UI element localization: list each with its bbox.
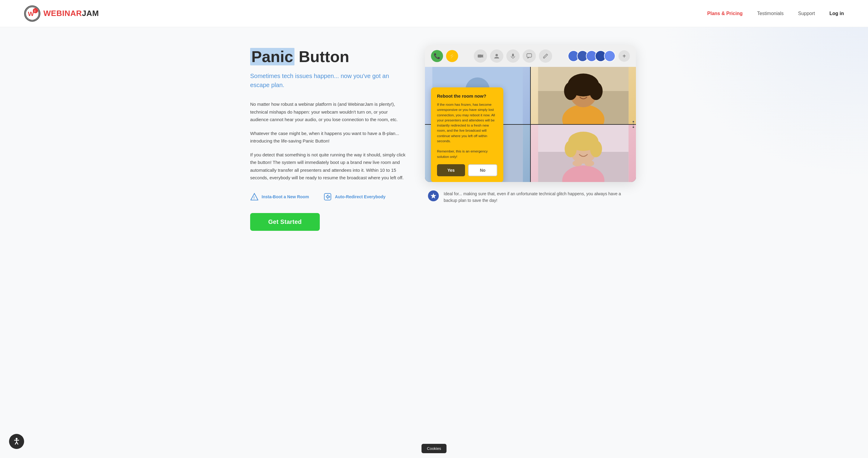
svg-rect-7 xyxy=(478,55,482,58)
left-panel: Panic Button Sometimes tech issues happe… xyxy=(250,45,407,231)
svg-point-9 xyxy=(495,54,498,56)
svg-point-23 xyxy=(590,82,603,100)
feature-auto-redirect: Auto-Redirect Everybody xyxy=(323,193,385,201)
avatar-stack xyxy=(568,50,615,62)
accessibility-button[interactable] xyxy=(9,434,24,449)
svg-rect-12 xyxy=(527,54,532,57)
bolt-icon[interactable]: ⚡ xyxy=(446,50,458,62)
feature-insta-boot: ! Insta-Boot a New Room xyxy=(250,193,309,201)
more-options-icon[interactable] xyxy=(632,121,634,128)
svg-point-2 xyxy=(33,8,38,13)
page-title: Panic Button xyxy=(250,48,407,65)
nav-support[interactable]: Support xyxy=(798,11,815,16)
add-participant-button[interactable]: + xyxy=(618,50,630,62)
features-row: ! Insta-Boot a New Room Auto-Redirect Ev… xyxy=(250,193,407,201)
svg-text:!: ! xyxy=(253,196,255,200)
panic-dialog-body: If the room has frozen, has become unres… xyxy=(437,102,497,159)
body-paragraph-2: Whatever the case might be, when it happ… xyxy=(250,130,407,145)
subtitle: Sometimes tech issues happen... now you'… xyxy=(250,71,407,90)
ideal-text: Ideal for... making sure that, even if a… xyxy=(444,190,633,204)
phone-icon[interactable]: 📞 xyxy=(431,50,443,62)
panic-dialog-title: Reboot the room now? xyxy=(437,93,497,99)
nav-plans-pricing[interactable]: Plans & Pricing xyxy=(707,11,743,16)
person-icon[interactable] xyxy=(490,50,503,63)
svg-point-40 xyxy=(565,140,577,157)
toolbar-right: + xyxy=(568,50,630,62)
video-cell-2 xyxy=(531,67,636,124)
camera-icon[interactable] xyxy=(474,50,487,63)
panic-dialog: Reboot the room now? If the room has fro… xyxy=(431,87,503,182)
svg-line-48 xyxy=(15,442,17,445)
logo-circle: W i xyxy=(24,5,40,22)
nav-links: Plans & Pricing Testimonials Support Log… xyxy=(707,11,844,16)
bg-decoration xyxy=(657,0,868,181)
body-paragraph-3: If you detect that something is not quit… xyxy=(250,151,407,182)
nav-testimonials[interactable]: Testimonials xyxy=(757,11,784,16)
right-panel: 📞 ⚡ xyxy=(425,45,636,204)
main-content: Panic Button Sometimes tech issues happe… xyxy=(208,27,660,249)
cookies-bar[interactable]: Cookies xyxy=(422,444,447,453)
title-rest: Button xyxy=(294,48,349,65)
star-icon xyxy=(428,190,439,201)
panic-yes-button[interactable]: Yes xyxy=(437,164,465,176)
warning-icon: ! xyxy=(250,193,258,201)
feature-insta-boot-label: Insta-Boot a New Room xyxy=(261,194,309,199)
chat-icon[interactable] xyxy=(523,50,536,63)
webinar-ui: 📞 ⚡ xyxy=(425,45,636,182)
get-started-button[interactable]: Get Started xyxy=(250,213,320,231)
svg-point-43 xyxy=(585,160,594,166)
svg-text:i: i xyxy=(34,9,35,12)
svg-point-41 xyxy=(590,140,602,157)
video-cell-4 xyxy=(531,125,636,182)
feature-auto-redirect-label: Auto-Redirect Everybody xyxy=(335,194,385,199)
ideal-row: Ideal for... making sure that, even if a… xyxy=(425,190,636,204)
logo[interactable]: W i WEBINARJAM xyxy=(24,5,99,22)
svg-rect-10 xyxy=(512,54,514,57)
panic-dialog-buttons: Yes No xyxy=(437,164,497,176)
mic-icon[interactable] xyxy=(506,50,520,63)
redirect-icon xyxy=(323,193,332,201)
toolbar-center xyxy=(474,50,552,63)
video-grid: Reboot the room now? If the room has fro… xyxy=(425,67,636,182)
toolbar: 📞 ⚡ xyxy=(425,45,636,67)
svg-marker-44 xyxy=(431,193,436,199)
panic-no-button[interactable]: No xyxy=(468,164,497,176)
svg-point-42 xyxy=(572,160,582,166)
svg-line-49 xyxy=(17,442,18,445)
svg-marker-8 xyxy=(482,54,483,58)
logo-text: WEBINARJAM xyxy=(43,9,99,18)
svg-point-22 xyxy=(564,82,578,100)
body-paragraph-1: No matter how robust a webinar platform … xyxy=(250,100,407,124)
avatar-5 xyxy=(604,50,615,62)
edit-icon[interactable] xyxy=(539,50,552,63)
title-highlight: Panic xyxy=(250,48,294,65)
nav-login[interactable]: Log in xyxy=(830,11,844,16)
navbar: W i WEBINARJAM Plans & Pricing Testimoni… xyxy=(0,0,868,27)
svg-point-45 xyxy=(16,438,18,439)
toolbar-left: 📞 ⚡ xyxy=(431,50,458,62)
